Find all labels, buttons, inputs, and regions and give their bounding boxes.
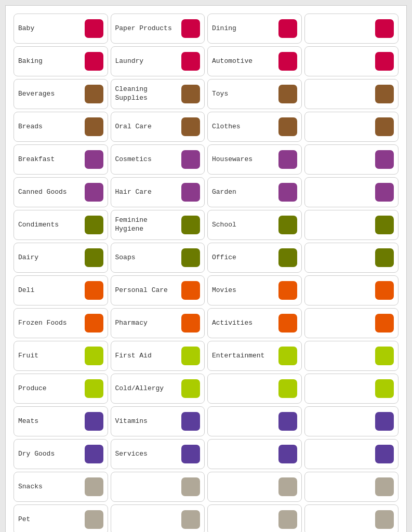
color-swatch [181,510,200,529]
grid-cell [304,177,399,207]
cell-label: Cosmetics [115,155,182,164]
cell-label: Dry Goods [18,450,85,459]
grid-cell: Pet [14,504,108,532]
grid-cell [304,472,399,502]
grid-cell: Feminine Hygiene [111,210,205,240]
color-swatch [375,52,394,71]
cell-label: First Aid [115,352,182,361]
color-swatch [181,248,200,267]
color-swatch [375,347,394,365]
grid-cell [207,504,302,532]
color-swatch [85,248,103,267]
grid-cell: Baby [14,14,108,44]
grid-cell [207,374,302,404]
cell-label: Entertainment [212,352,278,361]
cell-label: Beverages [18,90,85,99]
color-swatch [375,183,394,202]
color-swatch [85,19,103,38]
grid-cell: Deli [14,275,108,305]
grid-cell: Canned Goods [14,177,108,207]
grid-cell [304,79,399,109]
grid-cell [207,406,302,436]
cell-label: Fruit [18,352,85,361]
color-swatch [375,445,394,463]
color-swatch [278,85,297,103]
cell-label: Vitamins [115,417,182,426]
grid-cell [304,46,399,76]
grid-cell: Oral Care [111,112,205,142]
grid-cell: Movies [207,275,302,305]
color-swatch [85,314,103,332]
grid-cell: Garden [207,177,302,207]
cell-label: Personal Care [115,286,182,295]
grid-cell: School [207,210,302,240]
cell-label: Canned Goods [18,188,85,197]
grid-cell: Hair Care [111,177,205,207]
grid-cell: Services [111,439,205,469]
color-swatch [278,510,297,529]
grid-cell: Automotive [207,46,302,76]
color-swatch [181,216,200,234]
grid-cell: Laundry [111,46,205,76]
color-swatch [278,347,297,365]
grid-cell: Activities [207,308,302,338]
page: BabyPaper ProductsDiningBakingLaundryAut… [5,5,407,532]
grid-cell: Personal Care [111,275,205,305]
cell-label: Clothes [212,123,278,131]
color-swatch [278,477,297,496]
grid-cell: Cleaning Supplies [111,79,205,109]
cell-label: Soaps [115,254,182,262]
grid-cell [304,341,399,371]
color-swatch [181,85,200,103]
grid-cell [304,504,399,532]
grid-cell: Cosmetics [111,144,205,175]
color-swatch [85,85,103,103]
grid-cell: Snacks [14,472,108,502]
grid-cell [304,406,399,436]
color-swatch [375,216,394,234]
color-swatch [375,19,394,38]
grid-cell [207,439,302,469]
cell-label: Breakfast [18,155,85,164]
grid-cell: Dairy [14,243,108,273]
grid-cell: Breads [14,112,108,142]
color-swatch [85,183,103,202]
cell-label: Breads [18,123,85,131]
cell-label: Condiments [18,221,85,230]
cell-label: Dining [212,24,278,33]
color-swatch [181,150,200,169]
color-swatch [181,314,200,332]
color-swatch [375,314,394,332]
grid-cell: Pharmacy [111,308,205,338]
color-swatch [375,477,394,496]
color-swatch [375,85,394,103]
cell-label: Hair Care [115,188,182,197]
color-swatch [278,117,297,136]
grid-cell [304,439,399,469]
color-swatch [85,412,103,431]
cell-label: Office [212,254,278,262]
cell-label: Housewares [212,155,278,164]
grid-cell: Breakfast [14,144,108,175]
color-swatch [85,347,103,365]
color-swatch [85,510,103,529]
grid-cell [304,112,399,142]
color-swatch [278,281,297,300]
color-swatch [85,477,103,496]
color-swatch [181,379,200,398]
grid-cell: Clothes [207,112,302,142]
color-swatch [181,183,200,202]
cell-label: Meats [18,417,85,426]
grid-cell [207,472,302,502]
color-swatch [181,281,200,300]
color-swatch [85,445,103,463]
color-swatch [375,150,394,169]
grid-cell: Office [207,243,302,273]
grid-cell [111,472,205,502]
cell-label: Baby [18,24,85,33]
color-swatch [181,477,200,496]
cell-label: Paper Products [115,24,182,33]
grid-cell [304,210,399,240]
color-swatch [278,445,297,463]
grid-cell [304,308,399,338]
